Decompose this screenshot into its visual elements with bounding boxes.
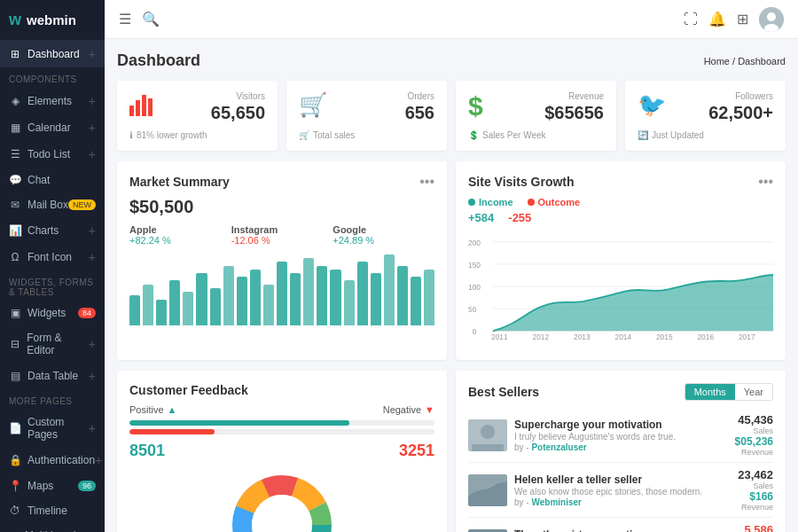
sidebar-item-timeline[interactable]: ⏱ Timeline (0, 498, 105, 523)
bar-18 (371, 273, 381, 325)
sidebar-item-chat[interactable]: 💬 Chat (0, 168, 105, 192)
negative-value: 3251 (399, 442, 434, 460)
sidebar-item-mailbox[interactable]: ✉ Mail Box NEW (0, 192, 105, 217)
income-value: +584 (468, 211, 494, 224)
seller-revenue-1: $166 (720, 490, 773, 503)
sidebar-item-todo[interactable]: ☰ Todo List + (0, 141, 105, 168)
section-label-components: Components (0, 67, 105, 88)
feedback-values: 8501 3251 (129, 442, 434, 460)
sidebar-item-elements[interactable]: ◈ Elements + (0, 88, 105, 114)
user-avatar[interactable] (759, 7, 784, 32)
maps-badge: 96 (78, 481, 96, 491)
hamburger-icon[interactable]: ☰ (119, 11, 131, 27)
sidebar-plus-icon[interactable]: + (89, 94, 96, 108)
sidebar-item-calendar[interactable]: ▦ Calendar + (0, 114, 105, 141)
bar-13 (303, 258, 314, 325)
bell-icon[interactable]: 🔔 (708, 11, 726, 27)
sidebar-plus-icon[interactable]: + (89, 421, 96, 435)
sidebar-plus-icon[interactable]: + (89, 250, 96, 264)
topbar-right: ⛶ 🔔 ⊞ (684, 7, 784, 32)
sidebar-item-maps[interactable]: 📍 Maps 96 (0, 473, 105, 498)
breadcrumb-home[interactable]: Home (704, 56, 730, 66)
positive-value: 8501 (129, 442, 165, 460)
seller-info-0: Supercharge your motivation I truly beli… (514, 419, 713, 452)
orders-icon: 🛒 (299, 91, 327, 119)
outcome-legend: Outcome (528, 197, 581, 207)
sidebar-item-auth[interactable]: 🔒 Authentication + (0, 447, 105, 473)
bestsellers-title: Best Sellers (468, 385, 539, 399)
sidebar-item-label: Data Table (27, 370, 78, 382)
seller-img-2 (468, 529, 507, 533)
sidebar-item-multilevel[interactable]: ☰ Multi Level Menu + (0, 523, 105, 532)
seller-title-2: The other virtues practice (514, 528, 713, 533)
widgets-badge: 84 (78, 308, 96, 318)
income-stat: +584 (468, 211, 494, 224)
page-title: Dashboard (117, 51, 200, 70)
outcome-label: Outcome (538, 197, 581, 207)
avatar-svg (759, 7, 784, 32)
sidebar-item-custompages[interactable]: 📄 Custom Pages + (0, 410, 105, 447)
seller-info-1: Helen keller a teller seller We also kno… (514, 473, 713, 507)
revenue-footer: 💲 Sales Per Week (468, 130, 604, 140)
sidebar-plus-icon[interactable]: + (89, 121, 96, 135)
sidebar-plus-icon[interactable]: + (95, 453, 102, 467)
svg-rect-34 (468, 529, 507, 533)
site-visits-header: Site Visits Growth ••• (468, 174, 773, 190)
svg-text:2015: 2015 (656, 332, 673, 341)
cart-icon: 🛒 (299, 130, 309, 140)
form-icon: ⊟ (9, 338, 20, 350)
tab-months[interactable]: Months (685, 384, 735, 400)
feedback-labels-row: Positive ▲ Negative ▼ (129, 404, 434, 415)
bar-14 (317, 266, 327, 325)
market-cols: Apple +82.24 % Instagram -12.06 % Google… (129, 224, 434, 246)
svg-text:2017: 2017 (739, 332, 755, 341)
down-arrow-icon: ▼ (425, 404, 434, 415)
site-visits-more[interactable]: ••• (758, 174, 773, 190)
market-col-google: Google +24.89 % (332, 224, 434, 246)
sidebar-plus-icon[interactable]: + (89, 147, 96, 161)
svg-text:2013: 2013 (574, 332, 591, 341)
sidebar-item-dashboard[interactable]: ⊞ Dashboard + (0, 41, 105, 67)
seller-by-name-1[interactable]: Webminiser (531, 497, 582, 507)
bar-17 (357, 262, 368, 325)
market-amount: $50,500 (129, 197, 434, 217)
sidebar-plus-icon[interactable]: + (89, 223, 96, 238)
auth-icon: 🔒 (9, 454, 21, 466)
svg-text:50: 50 (468, 305, 477, 314)
bar-22 (424, 270, 434, 325)
revenue-icon: $ (468, 91, 483, 121)
sidebar-item-widgets[interactable]: ▣ Widgets 84 (0, 301, 105, 325)
seller-stats-0: 45,436 Sales $05,236 Revenue (720, 413, 773, 457)
sidebar-item-formeditor[interactable]: ⊟ Form & Editor + (0, 325, 105, 363)
sidebar-plus-icon[interactable]: + (89, 47, 96, 61)
svg-text:0: 0 (473, 327, 477, 336)
main-content: ☰ 🔍 ⛶ 🔔 ⊞ Dashboard Home / Dashboard (105, 0, 798, 532)
breadcrumb: Home / Dashboard (704, 56, 786, 66)
svg-text:2012: 2012 (533, 332, 550, 341)
search-icon[interactable]: 🔍 (142, 11, 160, 27)
seller-by-name-0[interactable]: Potenzaluser (531, 442, 586, 452)
bar-1 (143, 285, 153, 325)
market-summary-more[interactable]: ••• (419, 174, 434, 190)
sidebar-plus-icon[interactable]: + (89, 337, 96, 351)
fullscreen-icon[interactable]: ⛶ (684, 12, 698, 27)
donut-chart (224, 467, 340, 532)
info-icon: ℹ (129, 130, 133, 140)
seller-img-0 (468, 419, 507, 451)
sidebar-item-fonticon[interactable]: Ω Font Icon + (0, 244, 105, 270)
sidebar-item-charts[interactable]: 📊 Charts + (0, 217, 105, 244)
seller-sales-label-1: Sales (720, 481, 773, 490)
bar-11 (277, 262, 287, 325)
grid-icon[interactable]: ⊞ (737, 11, 748, 27)
charts-icon: 📊 (9, 224, 21, 237)
timeline-icon: ⏱ (9, 505, 21, 517)
bar-16 (344, 280, 355, 325)
sidebar-plus-icon[interactable]: + (89, 369, 96, 383)
seller-revenue-0: $05,236 (720, 435, 773, 448)
tab-year[interactable]: Year (735, 384, 772, 400)
sidebar-item-datatable[interactable]: ▤ Data Table + (0, 363, 105, 389)
income-label: Income (479, 197, 513, 207)
custompages-icon: 📄 (9, 422, 21, 434)
bar-3 (169, 280, 180, 325)
dollar-icon: 💲 (468, 130, 479, 140)
